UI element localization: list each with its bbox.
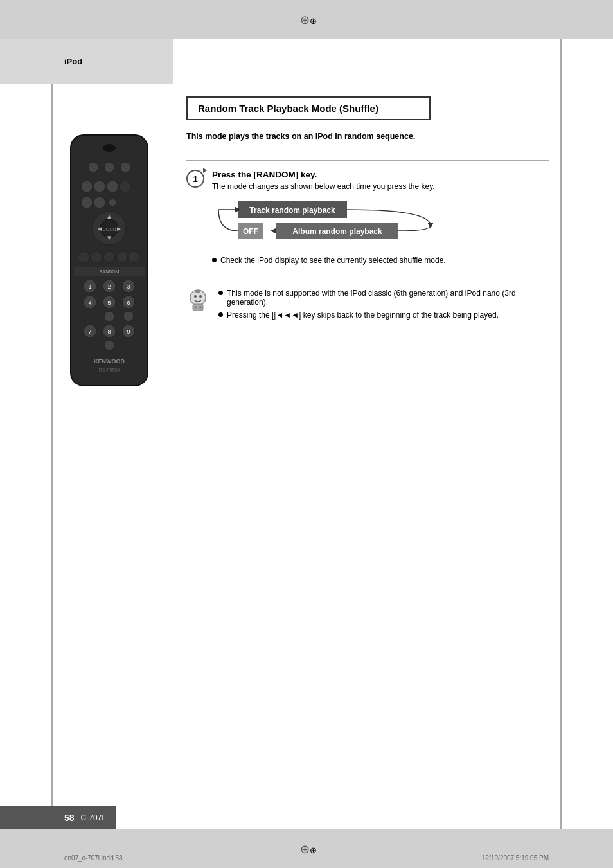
svg-text:6: 6 [127,300,130,306]
note-bullets: This mode is not supported with the iPod… [218,289,549,323]
svg-point-10 [94,197,105,208]
svg-point-6 [94,181,105,192]
top-header-center: ⊕ [51,13,562,26]
svg-point-58 [199,295,202,298]
svg-text:Track random playback: Track random playback [249,206,335,215]
step-1-number: 1 [186,170,204,188]
svg-point-2 [88,162,98,172]
svg-point-5 [81,181,93,192]
footer-center: ⊕ [51,842,562,855]
svg-text:9: 9 [127,329,130,335]
svg-text:KENWOOD: KENWOOD [94,358,125,365]
svg-text:◄: ◄ [96,225,103,232]
note-bullet-2: Pressing the [|◄◄◄] key skips back to th… [218,311,549,320]
svg-text:►: ► [116,225,122,232]
svg-text:5: 5 [107,300,111,306]
svg-point-46 [104,340,114,350]
note-bullet-dot-1 [218,291,223,295]
step-1-bullet-text: Check the iPod display to see the curren… [220,256,446,265]
crosshair-bottom-icon: ⊕ [300,842,313,855]
svg-text:7: 7 [88,329,91,335]
top-divider [186,160,549,161]
bottom-footer: ⊕ [0,829,613,868]
remote-control-svg: ▲ ▼ ◄ ► CONN RANDOM 1 2 3 4 [58,129,161,399]
svg-point-8 [120,181,131,192]
svg-text:2: 2 [107,284,111,290]
svg-point-3 [104,162,114,172]
top-header-right-band [562,0,613,39]
svg-text:RANDOM: RANDOM [99,269,119,274]
svg-point-22 [116,251,128,263]
page-label: C-707I [81,813,104,822]
remote-control-area: ▲ ▼ ◄ ► CONN RANDOM 1 2 3 4 [58,129,173,401]
svg-text:CONN: CONN [103,227,116,231]
svg-text:▼: ▼ [106,234,112,241]
top-header: ⊕ [0,0,613,39]
svg-point-9 [81,197,93,208]
flow-diagram-svg: Track random playback OFF ◄ Album random… [212,199,456,244]
svg-point-39 [123,311,134,321]
svg-text:OFF: OFF [243,227,258,236]
crosshair-top-icon: ⊕ [300,13,313,26]
left-stripe [51,39,53,829]
ipod-label-area: iPod [0,39,173,84]
step-1-container: 1 Press the [RANDOM] key. The mode chang… [186,170,549,269]
svg-point-4 [120,162,130,172]
file-info-left: en07_c-707i.indd 58 [64,854,123,862]
flow-diagram-wrapper: Track random playback OFF ◄ Album random… [212,199,549,246]
svg-point-23 [128,251,139,263]
note-bullet-2-text: Pressing the [|◄◄◄] key skips back to th… [227,311,499,320]
svg-text:3: 3 [127,284,130,290]
svg-text:Album random playback: Album random playback [292,227,382,236]
svg-text:8: 8 [107,329,111,335]
page-number: 58 [64,813,75,823]
svg-point-7 [107,181,118,192]
svg-point-63 [199,306,202,309]
svg-point-1 [103,144,116,152]
ipod-label: iPod [64,57,82,66]
note-bullet-dot-2 [218,312,223,317]
svg-point-62 [194,306,197,309]
step-1-title: Press the [RANDOM] key. [212,170,549,179]
svg-point-19 [78,251,89,263]
step-1-subtitle: The mode changes as shown below each tim… [212,182,549,191]
svg-text:▲: ▲ [106,213,112,220]
svg-point-38 [104,311,114,321]
page-number-area: 58 C-707I [0,806,116,829]
note-bullet-1-text: This mode is not supported with the iPod… [227,289,549,307]
section-title-box: Random Track Playback Mode (Shuffle) [186,96,431,120]
note-icon [186,289,209,312]
main-content: Random Track Playback Mode (Shuffle) Thi… [173,84,562,323]
note-section: This mode is not supported with the iPod… [186,282,549,323]
note-bullet-1: This mode is not supported with the iPod… [218,289,549,307]
top-header-left-band [0,0,51,39]
footer-left-band [0,829,51,868]
section-description: This mode plays the tracks on an iPod in… [186,132,549,141]
step-1-content: Press the [RANDOM] key. The mode changes… [212,170,549,269]
svg-text:RC-F0500: RC-F0500 [99,368,120,372]
footer-right-band [562,829,613,868]
svg-point-20 [91,251,102,263]
svg-point-57 [194,295,197,298]
step-1-bullet: Check the iPod display to see the curren… [212,256,549,265]
page: ⊕ iPod [0,0,613,868]
svg-text:4: 4 [88,300,91,306]
section-title: Random Track Playback Mode (Shuffle) [198,103,378,114]
svg-point-21 [103,251,115,263]
svg-point-11 [109,199,116,206]
svg-text:◄: ◄ [269,225,278,235]
svg-text:1: 1 [88,284,91,290]
file-info-right: 12/19/2007 5:19:05 PM [482,854,549,862]
bullet-dot-1 [212,258,217,262]
